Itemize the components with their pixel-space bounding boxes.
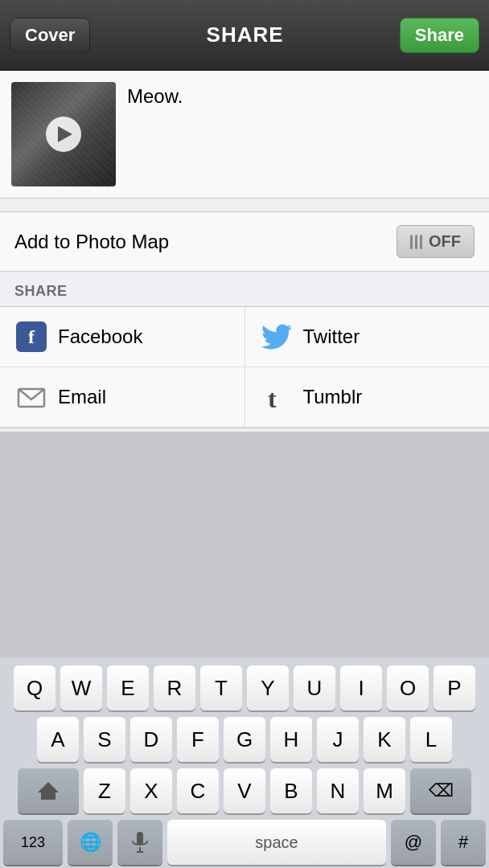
header: Cover SHARE Share: [0, 0, 489, 71]
toggle-line-3: [420, 235, 422, 249]
key-f[interactable]: F: [177, 717, 219, 762]
facebook-icon: f: [16, 321, 47, 352]
toggle-icon: [410, 235, 422, 249]
key-m[interactable]: M: [364, 768, 405, 813]
key-e[interactable]: E: [107, 665, 149, 710]
keyboard: Q W E R T Y U I O P A S D F G H J K L Z …: [0, 657, 489, 868]
key-j[interactable]: J: [317, 717, 359, 762]
email-share-cell[interactable]: Email: [0, 367, 245, 428]
keyboard-row-3: Z X C V B N M ⌫: [3, 768, 486, 813]
at-key[interactable]: @: [391, 820, 436, 865]
facebook-label: Facebook: [58, 326, 142, 348]
key-k[interactable]: K: [364, 717, 405, 762]
key-x[interactable]: X: [130, 768, 172, 813]
key-h[interactable]: H: [270, 717, 312, 762]
hash-key[interactable]: #: [441, 820, 486, 865]
key-g[interactable]: G: [224, 717, 265, 762]
key-r[interactable]: R: [154, 665, 195, 710]
key-n[interactable]: N: [317, 768, 359, 813]
globe-key[interactable]: 🌐: [68, 820, 113, 865]
key-y[interactable]: Y: [247, 665, 289, 710]
content-area: Add to Photo Map OFF SHARE f Facebook: [0, 71, 489, 432]
share-row-1: f Facebook Twitter: [0, 307, 489, 367]
key-l[interactable]: L: [410, 717, 452, 762]
microphone-key[interactable]: [117, 820, 162, 865]
space-key[interactable]: space: [167, 820, 386, 865]
toggle-line-2: [415, 235, 417, 249]
key-w[interactable]: W: [60, 665, 102, 710]
email-icon: [16, 382, 47, 412]
cover-button[interactable]: Cover: [10, 18, 90, 53]
key-p[interactable]: P: [434, 665, 475, 710]
twitter-share-cell[interactable]: Twitter: [245, 307, 490, 367]
shift-key[interactable]: [18, 768, 79, 813]
numbers-key[interactable]: 123: [3, 820, 63, 865]
tumblr-share-cell[interactable]: t Tumblr: [245, 367, 490, 428]
twitter-icon: [261, 321, 292, 352]
caption-input[interactable]: [127, 82, 478, 186]
key-b[interactable]: B: [270, 768, 312, 813]
toggle-state-label: OFF: [429, 232, 461, 251]
email-label: Email: [58, 386, 106, 408]
key-z[interactable]: Z: [84, 768, 125, 813]
media-caption-box: [0, 71, 489, 199]
key-i[interactable]: I: [340, 665, 382, 710]
photo-map-toggle[interactable]: OFF: [397, 225, 475, 258]
svg-text:t: t: [268, 384, 277, 412]
header-title: SHARE: [207, 23, 284, 47]
key-q[interactable]: Q: [14, 665, 55, 710]
facebook-share-cell[interactable]: f Facebook: [0, 307, 245, 367]
share-grid: f Facebook Twitter: [0, 306, 489, 428]
key-c[interactable]: C: [177, 768, 219, 813]
twitter-label: Twitter: [303, 326, 360, 348]
key-v[interactable]: V: [224, 768, 265, 813]
keyboard-row-4: 123 🌐 space @ #: [3, 820, 486, 865]
share-section-label: SHARE: [0, 272, 489, 306]
keyboard-row-1: Q W E R T Y U I O P: [3, 665, 486, 710]
key-o[interactable]: O: [387, 665, 429, 710]
key-t[interactable]: T: [200, 665, 242, 710]
key-a[interactable]: A: [37, 717, 79, 762]
play-icon: [46, 117, 81, 152]
key-u[interactable]: U: [294, 665, 335, 710]
key-s[interactable]: S: [84, 717, 125, 762]
photo-map-row: Add to Photo Map OFF: [0, 211, 489, 272]
keyboard-row-2: A S D F G H J K L: [3, 717, 486, 762]
photo-map-label: Add to Photo Map: [14, 231, 169, 253]
toggle-line-1: [410, 235, 413, 249]
key-d[interactable]: D: [130, 717, 172, 762]
share-row-2: Email t Tumblr: [0, 367, 489, 428]
share-button[interactable]: Share: [400, 18, 479, 53]
tumblr-label: Tumblr: [303, 386, 363, 408]
video-thumbnail: [11, 82, 116, 186]
play-triangle: [58, 126, 72, 142]
tumblr-icon: t: [261, 382, 292, 412]
delete-key[interactable]: ⌫: [410, 768, 471, 813]
svg-rect-2: [137, 832, 143, 845]
